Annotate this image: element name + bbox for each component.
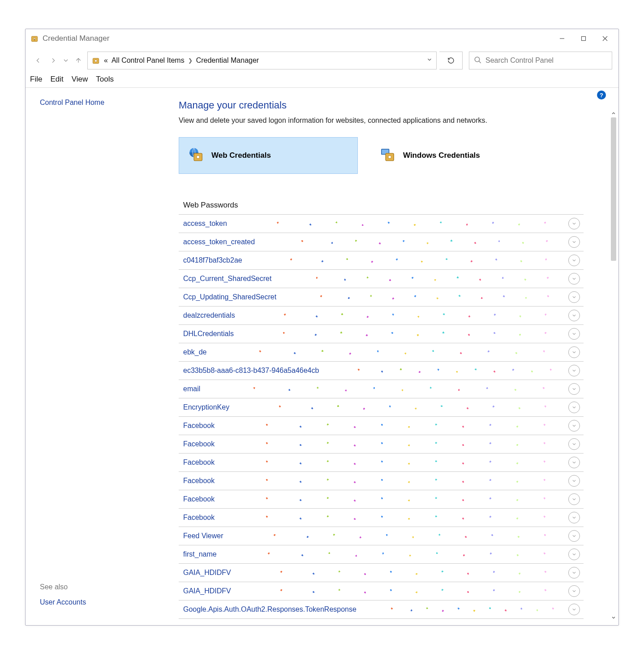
credential-row[interactable]: ec33b5b8-aaa6-c813-b437-946a5a46e4cb xyxy=(179,362,584,380)
credential-row[interactable]: dealzcredentials xyxy=(179,307,584,325)
recent-locations-dropdown[interactable] xyxy=(62,54,69,67)
credential-row[interactable]: Facebook xyxy=(179,435,584,454)
search-box[interactable] xyxy=(469,52,612,69)
expand-button[interactable] xyxy=(568,512,580,523)
credential-name: ebk_de xyxy=(183,348,207,356)
expand-button[interactable] xyxy=(568,493,580,505)
menu-file[interactable]: File xyxy=(30,75,42,84)
expand-button[interactable] xyxy=(568,255,580,266)
credential-row[interactable]: Facebook xyxy=(179,454,584,472)
credential-row[interactable]: access_token_created xyxy=(179,233,584,251)
expand-button[interactable] xyxy=(568,328,580,340)
expand-button[interactable] xyxy=(568,365,580,376)
expand-button[interactable] xyxy=(568,346,580,358)
breadcrumb-item[interactable]: All Control Panel Items xyxy=(112,56,185,65)
expand-button[interactable] xyxy=(568,273,580,285)
credential-row[interactable]: Facebook xyxy=(179,472,584,490)
breadcrumb-prefix: « xyxy=(104,56,108,65)
credential-row[interactable]: Facebook xyxy=(179,509,584,527)
credential-value-redacted xyxy=(226,476,565,486)
credential-name: GAIA_HDIDFV xyxy=(183,587,231,595)
credential-name: Facebook xyxy=(183,458,215,467)
expand-button[interactable] xyxy=(568,604,580,615)
location-icon xyxy=(91,56,100,65)
back-button[interactable] xyxy=(32,54,44,67)
expand-button[interactable] xyxy=(568,402,580,413)
search-icon xyxy=(474,56,482,65)
credential-value-redacted xyxy=(219,347,565,357)
minimize-button[interactable] xyxy=(551,29,573,48)
expand-button[interactable] xyxy=(568,567,580,579)
expand-button[interactable] xyxy=(568,236,580,248)
credential-name: GAIA_HDIDFV xyxy=(183,569,231,577)
expand-button[interactable] xyxy=(568,291,580,303)
credential-value-redacted xyxy=(368,605,565,614)
credential-value-redacted xyxy=(212,384,565,394)
address-dropdown-icon[interactable] xyxy=(426,56,433,65)
control-panel-home-link[interactable]: Control Panel Home xyxy=(40,99,161,107)
expand-button[interactable] xyxy=(568,218,580,229)
expand-button[interactable] xyxy=(568,585,580,597)
credential-value-redacted xyxy=(288,292,565,302)
credential-row[interactable]: access_token xyxy=(179,215,584,233)
credential-row[interactable]: GAIA_HDIDFV xyxy=(179,564,584,582)
credential-row[interactable]: c0418f7baf3cb2ae xyxy=(179,251,584,270)
help-icon[interactable]: ? xyxy=(597,91,606,99)
credential-row[interactable]: Facebook xyxy=(179,417,584,435)
expand-button[interactable] xyxy=(568,475,580,487)
svg-line-10 xyxy=(479,61,481,63)
up-button[interactable] xyxy=(72,54,85,67)
windows-credentials-tab[interactable]: Windows Credentials xyxy=(370,137,550,174)
refresh-button[interactable] xyxy=(439,52,463,69)
credential-row[interactable]: ebk_de xyxy=(179,343,584,362)
forward-button[interactable] xyxy=(47,54,60,67)
expand-button[interactable] xyxy=(568,530,580,542)
credential-value-redacted xyxy=(243,568,565,578)
windows-credentials-icon xyxy=(379,147,397,164)
credential-name: Facebook xyxy=(183,514,215,522)
address-bar[interactable]: « All Control Panel Items ❯ Credential M… xyxy=(87,52,437,69)
credential-row[interactable]: GAIA_HDIDFV xyxy=(179,582,584,600)
credential-name: Ccp_Updating_SharedSecret xyxy=(183,293,276,301)
credential-value-redacted xyxy=(239,219,565,229)
credential-row[interactable]: Facebook xyxy=(179,490,584,509)
expand-button[interactable] xyxy=(568,457,580,468)
credential-row[interactable]: Google.Apis.Auth.OAuth2.Responses.TokenR… xyxy=(179,600,584,619)
search-input[interactable] xyxy=(485,56,607,65)
credential-row[interactable]: Ccp_Current_SharedSecret xyxy=(179,270,584,288)
expand-button[interactable] xyxy=(568,310,580,321)
svg-rect-4 xyxy=(582,37,586,41)
expand-button[interactable] xyxy=(568,438,580,450)
expand-button[interactable] xyxy=(568,420,580,432)
page-heading: Manage your credentials xyxy=(179,99,584,111)
credential-value-redacted xyxy=(243,586,565,596)
credential-row[interactable]: DHLCredentials xyxy=(179,325,584,343)
credential-row[interactable]: EncryptionKey xyxy=(179,398,584,417)
credential-name: access_token xyxy=(183,220,227,228)
expand-button[interactable] xyxy=(568,549,580,560)
scroll-down-icon[interactable] xyxy=(610,613,618,622)
menu-view[interactable]: View xyxy=(72,75,88,84)
credential-row[interactable]: Feed Viewer xyxy=(179,527,584,545)
credential-value-redacted xyxy=(241,402,565,412)
vertical-scrollbar[interactable] xyxy=(610,109,618,622)
credential-name: Facebook xyxy=(183,440,215,448)
credential-type-selector: Web Credentials Windows Credentials xyxy=(179,137,584,174)
maximize-button[interactable] xyxy=(573,29,594,48)
credential-row[interactable]: Ccp_Updating_SharedSecret xyxy=(179,288,584,307)
credential-name: Ccp_Current_SharedSecret xyxy=(183,275,271,283)
credential-row[interactable]: email xyxy=(179,380,584,398)
credential-manager-icon xyxy=(30,34,39,43)
credential-row[interactable]: first_name xyxy=(179,545,584,564)
web-credentials-tab[interactable]: Web Credentials xyxy=(179,137,358,174)
user-accounts-link[interactable]: User Accounts xyxy=(40,598,86,606)
scroll-thumb[interactable] xyxy=(611,117,616,261)
menu-tools[interactable]: Tools xyxy=(96,75,114,84)
expand-button[interactable] xyxy=(568,383,580,395)
window-title: Credential Manager xyxy=(43,34,109,43)
menu-edit[interactable]: Edit xyxy=(50,75,63,84)
scroll-up-icon[interactable] xyxy=(610,109,618,117)
breadcrumb-item[interactable]: Credential Manager xyxy=(196,56,259,65)
close-button[interactable] xyxy=(594,29,616,48)
scroll-track[interactable] xyxy=(610,117,618,613)
